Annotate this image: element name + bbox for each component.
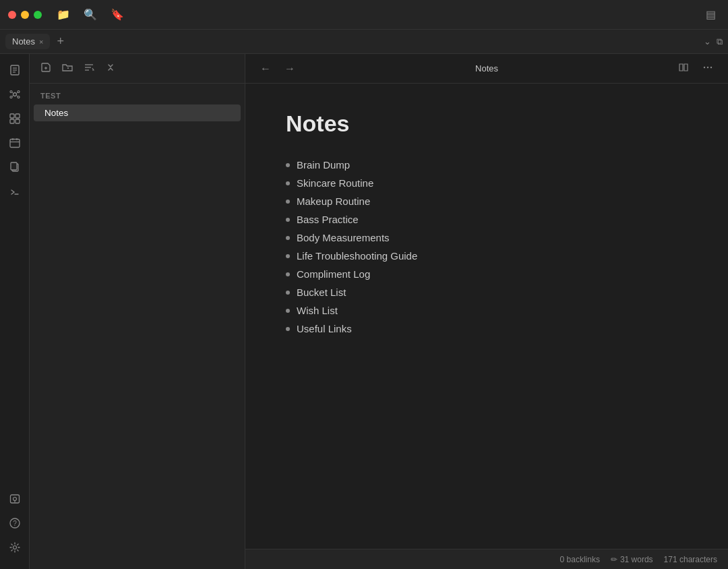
tab-split-icon[interactable]: ⧉ [717,36,723,47]
note-link-makeup[interactable]: Makeup Routine [297,196,370,207]
note-link-body[interactable]: Body Measurements [297,232,390,243]
svg-point-25 [13,498,16,501]
svg-point-29 [13,546,16,549]
list-item[interactable]: Compliment Log [286,265,688,283]
traffic-lights [8,11,42,19]
note-link-skincare[interactable]: Skincare Routine [297,177,373,189]
bullet-icon [286,254,290,258]
svg-line-9 [12,92,13,94]
svg-line-12 [16,96,18,97]
list-item[interactable]: Skincare Routine [286,174,688,192]
char-count: 171 characters [664,555,717,564]
main-layout: ? [0,54,728,569]
activity-bar: ? [0,54,30,569]
edit-icon: ✏ [611,555,617,564]
terminal-icon[interactable] [4,181,26,202]
list-item[interactable]: Bucket List [286,283,688,301]
sidebar-icon[interactable]: ▤ [702,5,720,24]
tab-dropdown-icon[interactable]: ⌄ [704,36,711,47]
close-button[interactable] [8,11,16,19]
note-link-brain-dump[interactable]: Brain Dump [297,159,350,171]
svg-line-10 [16,92,18,94]
activity-bar-bottom: ? [4,488,26,564]
bullet-icon [286,327,290,331]
editor-area: ← → Notes Notes [245,54,728,569]
svg-point-5 [10,91,12,93]
svg-point-38 [707,67,708,68]
vault-icon[interactable] [4,488,26,510]
note-link-bucket[interactable]: Bucket List [297,287,346,298]
settings-icon[interactable] [4,537,26,558]
note-link-wish[interactable]: Wish List [297,305,338,316]
sidebar-item-notes[interactable]: Notes [34,104,241,121]
note-title: Notes [286,111,688,137]
editor-right-icons [674,59,717,78]
tab-label: Notes [12,36,35,47]
list-item[interactable]: Body Measurements [286,229,688,247]
svg-point-39 [710,67,712,68]
search-icon[interactable]: 🔍 [80,5,101,24]
svg-point-6 [18,91,20,93]
maximize-button[interactable] [34,11,42,19]
bullet-icon [286,218,290,222]
tab-notes[interactable]: Notes × [5,34,50,49]
bullet-icon [286,309,290,313]
note-list: Brain Dump Skincare Routine Makeup Routi… [286,156,688,338]
list-item[interactable]: Useful Links [286,320,688,338]
sidebar: Test Notes [30,54,245,569]
status-bar: 0 backlinks ✏ 31 words 171 characters [245,549,728,569]
bullet-icon [286,200,290,204]
new-note-icon[interactable] [38,59,54,78]
list-item[interactable]: Wish List [286,301,688,320]
minimize-button[interactable] [21,11,29,19]
svg-point-37 [704,67,705,68]
reading-mode-icon[interactable] [674,59,693,78]
backlinks-count: 0 backlinks [560,555,600,564]
editor-header: ← → Notes [245,54,728,84]
forward-button[interactable]: → [280,60,299,78]
sort-icon[interactable] [81,59,97,78]
grid-icon[interactable] [4,108,26,129]
more-options-icon[interactable] [698,59,717,78]
new-folder-icon[interactable] [59,59,75,78]
note-link-bass[interactable]: Bass Practice [297,214,359,225]
list-item[interactable]: Bass Practice [286,210,688,229]
bullet-icon [286,272,290,276]
svg-rect-13 [10,114,14,118]
svg-line-11 [12,96,13,97]
word-count: 31 words [620,555,653,564]
graph-icon[interactable] [4,84,26,105]
list-item[interactable]: Life Troubleshooting Guide [286,247,688,265]
new-tab-button[interactable]: + [53,34,68,49]
back-button[interactable]: ← [256,60,275,78]
list-item[interactable]: Makeup Routine [286,192,688,210]
pages-icon[interactable] [4,59,26,81]
list-item[interactable]: Brain Dump [286,156,688,174]
note-link-life[interactable]: Life Troubleshooting Guide [297,250,417,262]
activity-bar-top [4,59,26,485]
move-icon[interactable] [102,59,119,78]
svg-rect-15 [10,119,14,123]
folder-icon[interactable]: 📁 [53,5,74,24]
bookmark-icon[interactable]: 🔖 [107,5,128,24]
tab-close-button[interactable]: × [39,38,43,46]
help-icon[interactable]: ? [4,512,26,534]
copy-icon[interactable] [4,156,26,178]
editor-title: Notes [305,63,669,73]
svg-rect-22 [11,162,17,170]
svg-text:?: ? [13,520,17,527]
note-link-compliment[interactable]: Compliment Log [297,268,370,280]
note-content: Notes Brain Dump Skincare Routine Makeup… [245,84,728,549]
calendar-icon[interactable] [4,132,26,154]
char-count-status: 171 characters [664,555,717,564]
sidebar-section-label: Test [30,84,245,104]
backlinks-status[interactable]: 0 backlinks [560,555,600,564]
sidebar-toolbar [30,54,245,84]
note-link-useful[interactable]: Useful Links [297,323,352,334]
svg-rect-17 [10,140,20,148]
titlebar: 📁 🔍 🔖 ▤ [0,0,728,30]
svg-rect-14 [16,114,20,118]
bullet-icon [286,181,290,185]
bullet-icon [286,163,290,167]
svg-rect-16 [16,119,20,123]
